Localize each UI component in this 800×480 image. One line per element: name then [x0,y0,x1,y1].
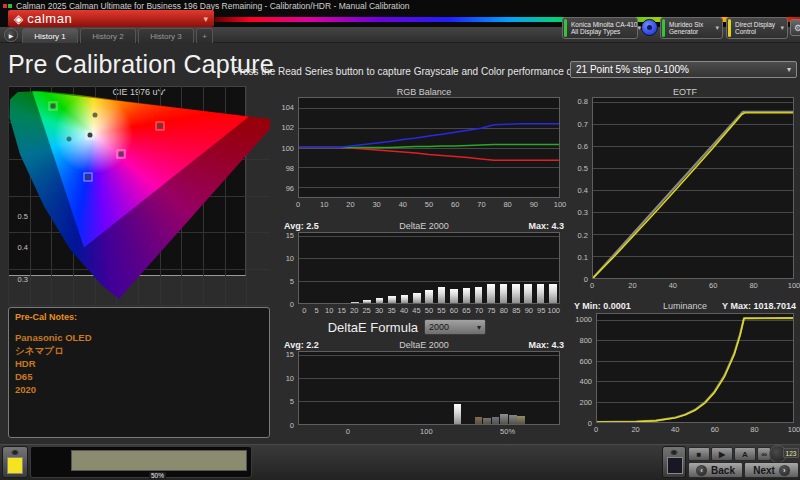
chart-title: EOTF [572,87,798,97]
x-tick-label: 40 [400,306,408,315]
y-tick-label: 0 [290,300,294,309]
x-tick-label: 0 [590,281,594,290]
x-tick-label: 70 [477,200,485,209]
calman-logo-icon: ◈ [14,12,23,26]
display-preview-swatch [667,457,683,474]
display-status-bar [728,19,731,37]
tab-history-1[interactable]: History 1 [22,28,78,43]
x-tick-label: 80 [500,306,508,315]
deltae-formula-label: DeltaE Formula [282,320,418,335]
y-tick-label: 100 [281,143,294,152]
y-tick-label: 5 [290,276,294,285]
autocal-icon: A [742,450,748,459]
deltae-bar [376,298,384,303]
y-tick-label: 15 [286,230,294,239]
cyan-measured-dot [66,136,71,141]
y-tick-label: 0.2 [578,230,588,239]
plus-icon: + [202,32,207,41]
x-tick-label: 0 [346,427,350,436]
x-tick-label: 0 [594,425,598,434]
y-tick-label: 200 [579,398,592,407]
precal-notes-panel[interactable]: Pre-Cal Notes: Panasonic OLED シネマプロ HDR … [8,307,270,438]
display-preview-tile[interactable] [662,446,686,478]
y-tick-label: 0 [290,421,294,430]
cie-plot[interactable] [8,86,246,276]
source-dropdown[interactable]: Murideo Six Generator ▾ [660,17,723,39]
pattern-preview-window[interactable]: 50% [30,446,252,478]
next-button[interactable]: Next › [744,462,799,478]
add-tab-button[interactable]: + [196,28,213,43]
tab-history-2[interactable]: History 2 [80,28,136,43]
calman-menu-button[interactable]: ◈ calman ▾ [8,10,214,27]
y-tick-label: 0 [584,275,588,284]
deltae-bar [475,287,483,303]
x-tick-label: 90 [530,200,538,209]
read-series-button[interactable]: ▶ [711,447,733,461]
gridline [299,281,559,282]
luminance-plot[interactable] [596,313,794,423]
x-tick-label: 80 [750,425,758,434]
meter-status-bar [564,19,567,37]
deltae-bar [549,284,557,303]
y-tick-label: 0.4 [578,186,588,195]
green-measured-dot [51,104,56,109]
eotf-panel: EOTF 00.10.20.30.40.50.60.70.8 020406080… [572,86,798,298]
gear-icon: ⚙ [794,23,800,33]
magenta-measured-dot [118,151,123,156]
x-tick-label: 100 [788,425,800,434]
deltae-bar [425,290,433,303]
workflow-menu-button[interactable]: ▶ [4,28,18,42]
x-tick-label: 60 [709,281,717,290]
y-tick-label: 600 [579,356,592,365]
pattern-preview-swatch [71,450,247,471]
chevron-down-icon: ▾ [780,24,784,32]
stop-read-button[interactable]: ■ [688,447,710,461]
back-button[interactable]: ‹ Back [688,462,743,478]
rgb-balance-plot[interactable] [298,97,560,198]
chevron-down-icon: ▾ [787,65,791,74]
chart-title: RGB Balance [282,87,566,97]
gridline [299,401,559,402]
saturation-deltae-plot[interactable] [298,351,560,425]
play-icon: ▶ [9,32,14,39]
notes-line: 2020 [15,384,36,395]
stop-icon: ■ [697,450,702,459]
x-tick-label: 80 [503,200,511,209]
eotf-plot[interactable] [592,97,794,279]
chart-title: DeltaE 2000 [282,340,566,350]
x-tick-label: 50 [425,306,433,315]
y-tick-label: 0.8 [578,97,588,106]
deltae-bar [524,284,532,303]
y-tick-label: 15 [286,349,294,358]
x-tick-label: 60 [711,425,719,434]
deltae-bar [517,416,525,424]
cie-chart-panel: CIE 1976 u'v' 00.10.20.30.40.5 00.050.10… [8,86,270,305]
calman-logo-text: calman [27,11,72,26]
display-control-dropdown[interactable]: Direct Display Control ▾ [726,17,788,39]
infinity-icon: ∞ [761,450,767,459]
pattern-color-tile[interactable] [2,446,28,478]
settings-button[interactable]: ⚙ [790,19,800,36]
deltae-bar [475,417,483,424]
x-tick-label: 55 [437,306,445,315]
x-tick-label: 85 [512,306,520,315]
source-name: Murideo Six Generator [669,21,715,35]
rgb-balance-panel: RGB Balance 9698100102104 01020304050607… [282,86,566,216]
tab-history-3[interactable]: History 3 [138,28,194,43]
notes-line: HDR [15,358,36,369]
app-icon [3,4,7,8]
grayscale-deltae-plot[interactable] [298,232,560,304]
x-tick-label: 75 [487,306,495,315]
meter-init-button[interactable] [641,19,658,36]
luminance-ymax: Y Max: 1018.7014 [722,301,796,311]
point-levels-dropdown[interactable]: 21 Point 5% step 0-100% ▾ [570,61,797,78]
x-tick-label: 95 [537,306,545,315]
deltae-formula-dropdown[interactable]: 2000 ▾ [424,319,486,335]
deltae-bar [388,296,396,303]
x-tick-label: 100 [554,200,567,209]
tab-label: History 1 [34,32,66,41]
app-icon [8,4,12,8]
autocal-button[interactable]: A [734,447,756,461]
deltae-bar [512,284,520,303]
meter-dropdown[interactable]: Konica Minolta CA-410 All Display Types … [562,17,638,39]
